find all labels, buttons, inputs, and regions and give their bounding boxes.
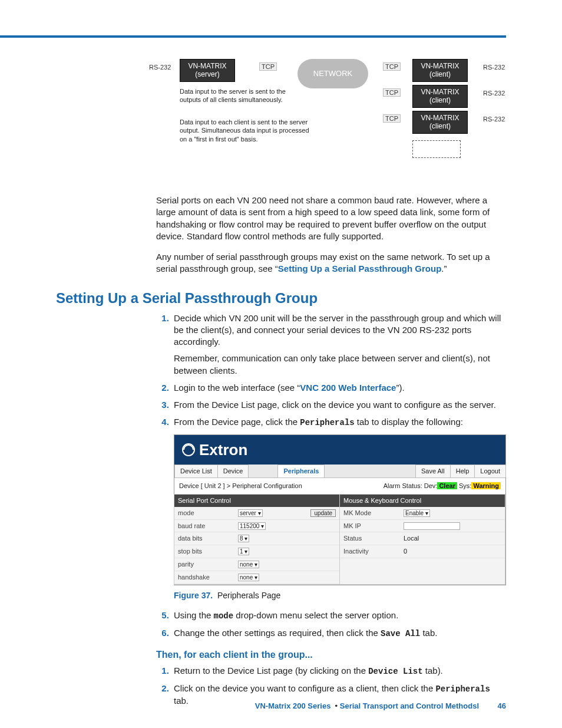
update-button[interactable]: update <box>310 509 336 517</box>
parity-select[interactable]: none ▾ <box>238 561 259 568</box>
alarm-status: Alarm Status: Dev:Clear Sys:Warning <box>384 482 501 490</box>
extron-logo: Extron <box>181 440 247 460</box>
xref-link[interactable]: VNC 200 Web Interface <box>300 383 396 393</box>
logo-icon <box>181 443 196 457</box>
tcp-label: TCP <box>383 62 401 71</box>
rs232-label: RS-232 <box>483 64 505 71</box>
page-number: 46 <box>490 701 506 710</box>
diagram-caption-1: Data input to the server is sent to the … <box>180 87 303 104</box>
xref-link[interactable]: Setting Up a Serial Passthrough Group <box>278 263 442 274</box>
mouse-keyboard-control-panel: Mouse & Keyboard Control MK ModeEnable ▾… <box>339 494 505 585</box>
tab-device-list[interactable]: Device List <box>174 465 218 477</box>
peripherals-page-screenshot: Extron Device List Device Peripherals Sa… <box>174 434 506 585</box>
figure-caption: Figure 37. Peripherals Page <box>174 590 506 601</box>
mode-select[interactable]: server ▾ <box>238 509 263 517</box>
server-node: VN-MATRIX (server) <box>180 59 235 82</box>
server-title: VN-MATRIX <box>184 62 231 70</box>
step-6: Change the other settings as required, t… <box>171 627 506 640</box>
step-3: From the Device List page, click on the … <box>171 399 506 411</box>
step-4: From the Device page, click the Peripher… <box>171 416 506 601</box>
paragraph: Serial ports on each VN 200 need not sha… <box>156 195 506 242</box>
tab-logout[interactable]: Logout <box>474 465 506 477</box>
tcp-label: TCP <box>383 88 401 97</box>
mkmode-select[interactable]: Enable ▾ <box>404 509 430 517</box>
dev-status-badge: Clear <box>437 482 457 489</box>
tab-peripherals[interactable]: Peripherals <box>277 465 325 477</box>
breadcrumb: Device [ Unit 2 ] > Peripheral Configura… <box>179 482 302 490</box>
subsection-heading: Then, for each client in the group... <box>156 650 506 660</box>
stopbits-select[interactable]: 1 ▾ <box>238 548 249 555</box>
procedure-list: Decide which VN 200 unit will be the ser… <box>156 312 506 640</box>
page-footer: VN-Matrix 200 Series • Serial Transport … <box>0 701 506 710</box>
web-header: Extron <box>174 435 505 465</box>
topology-diagram: RS-232 VN-MATRIX (server) TCP NETWORK TC… <box>156 47 506 177</box>
network-cloud: NETWORK <box>297 59 368 88</box>
rs232-label: RS-232 <box>483 90 505 97</box>
panel-header: Serial Port Control <box>174 495 339 507</box>
step-5: Using the mode drop-down menu select the… <box>171 610 506 622</box>
client-node: VN-MATRIX (client) <box>412 111 468 134</box>
client-step-1: Return to the Device List page (by click… <box>171 665 506 677</box>
status-value: Local <box>400 532 505 545</box>
tab-device[interactable]: Device <box>217 465 249 477</box>
mkip-input[interactable] <box>404 522 460 530</box>
section-heading: Setting Up a Serial Passthrough Group <box>56 290 506 307</box>
diagram-caption-2: Data input to each client is sent to the… <box>180 118 309 143</box>
sys-status-badge: Warning <box>471 482 501 489</box>
client-node: VN-MATRIX (client) <box>412 59 468 82</box>
rs232-label: RS-232 <box>149 64 171 71</box>
tcp-label: TCP <box>383 114 401 123</box>
breadcrumb-bar: Device [ Unit 2 ] > Peripheral Configura… <box>174 478 505 495</box>
serial-port-control-panel: Serial Port Control mode server ▾ update… <box>174 494 340 585</box>
tab-save-all[interactable]: Save All <box>415 465 451 477</box>
rs232-label: RS-232 <box>483 116 505 123</box>
step-1: Decide which VN 200 unit will be the ser… <box>171 312 506 377</box>
panel-header: Mouse & Keyboard Control <box>340 495 505 507</box>
tcp-label: TCP <box>259 62 277 71</box>
server-sub: (server) <box>184 70 231 78</box>
inactivity-value: 0 <box>400 545 505 558</box>
baud-select[interactable]: 115200 ▾ <box>238 522 266 530</box>
tab-help[interactable]: Help <box>450 465 475 477</box>
top-accent-bar <box>0 35 506 38</box>
procedure-list-2: Return to the Device List page (by click… <box>156 665 506 707</box>
databits-select[interactable]: 8 ▾ <box>238 535 249 542</box>
client-node: VN-MATRIX (client) <box>412 85 468 108</box>
empty-client-slot <box>412 140 461 158</box>
tab-row: Device List Device Peripherals Save All … <box>174 465 505 478</box>
step-2: Login to the web interface (see “VNC 200… <box>171 382 506 394</box>
handshake-select[interactable]: none ▾ <box>238 574 259 581</box>
paragraph: Any number of serial passthrough groups … <box>156 251 506 275</box>
